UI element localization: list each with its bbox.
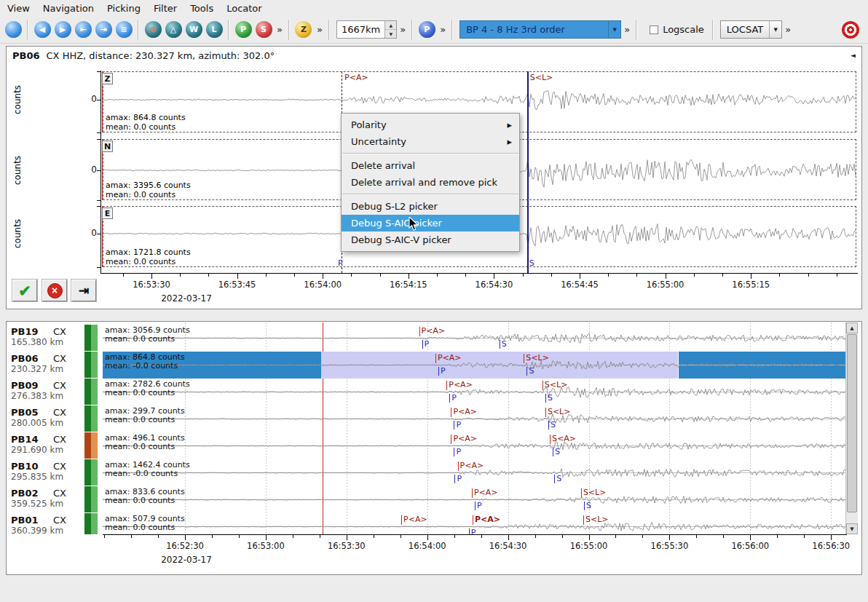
trace-row[interactable]: PB05CX280.005 kmP<A>S<L>PSamax: 299.7 co… [7, 405, 845, 432]
phase-mark-blue[interactable] [553, 448, 553, 456]
phase-mark-blue[interactable] [438, 367, 439, 376]
pick-line-red[interactable] [472, 488, 473, 498]
polarity-tool-button[interactable]: △ [163, 20, 184, 40]
trace-area[interactable]: P<A>PSamax: 3056.9 countsmean: 0.0 count… [103, 325, 845, 352]
next-station-button[interactable]: ▶ [52, 20, 73, 40]
phase-mark-blue[interactable] [526, 367, 527, 376]
chevron-down-icon[interactable]: ▼ [608, 21, 620, 38]
network-code: CX [53, 461, 66, 472]
menu-locator[interactable]: Locator [221, 1, 269, 16]
trace-row[interactable]: PB06CX230.327 kmP<A>S<L>PSamax: 864.8 co… [7, 352, 845, 379]
overflow-chevron[interactable]: » [317, 24, 322, 35]
overflow-chevron[interactable]: » [440, 24, 445, 35]
trace-area[interactable]: P<A>S<L>PSamax: 2782.6 countsmean: 0.0 c… [103, 379, 845, 405]
overflow-chevron[interactable]: » [400, 24, 405, 35]
menu-view[interactable]: View [1, 1, 37, 16]
context-menu-item[interactable]: Delete arrival and remove pick [342, 174, 519, 191]
overflow-chevron[interactable]: » [624, 24, 629, 35]
amplitude-tool-button[interactable]: Z [293, 20, 314, 40]
weight-tool-button[interactable]: W [184, 20, 204, 40]
pick-line-red[interactable] [458, 462, 459, 471]
phase-mark-blue[interactable] [454, 421, 454, 429]
trace-area[interactable]: P<A>PSamax: 1462.4 countsmean: -0.0 coun… [103, 459, 845, 486]
station-list-button[interactable]: ≡ [114, 20, 134, 40]
context-menu-item[interactable]: Uncertainty▸ [342, 133, 519, 150]
trace-area[interactable]: P<A>S<L>PSamax: 833.6 countsmean: 0.0 co… [103, 486, 845, 513]
spinbox-steppers[interactable]: ▲ ▼ [384, 21, 396, 38]
context-menu-item[interactable]: Polarity▸ [342, 116, 519, 133]
scroll-up-icon[interactable]: ▲ [846, 322, 858, 333]
menu-picking[interactable]: Picking [101, 1, 148, 16]
pick-line-red[interactable] [451, 435, 451, 444]
pick-line-red[interactable] [419, 327, 420, 336]
pick-line-red[interactable] [545, 408, 546, 417]
overflow-chevron[interactable]: » [277, 24, 282, 35]
checkbox-box[interactable] [650, 25, 658, 34]
chevron-down-icon[interactable]: ▼ [769, 21, 781, 38]
phase-mark-blue[interactable] [545, 394, 546, 403]
locator-select[interactable]: LOCSAT ▼ [720, 20, 782, 39]
pick-line-red[interactable] [581, 488, 582, 498]
s-pick-line[interactable] [527, 71, 529, 274]
phase-mark-blue[interactable] [500, 340, 500, 349]
distance-spinbox[interactable]: 1667km ▲ ▼ [336, 20, 397, 39]
context-menu-item[interactable]: Debug S-AIC-V picker [342, 231, 519, 248]
trace-row[interactable]: PB01CX360.399 kmP<A>P<A>S<L>Pamax: 507.9… [7, 513, 845, 534]
waveform-picker-icon[interactable] [3, 20, 23, 40]
relocate-button[interactable] [842, 21, 859, 39]
pick-s-button[interactable]: S [253, 20, 274, 40]
trace-row[interactable]: PB09CX276.383 kmP<A>S<L>PSamax: 2782.6 c… [7, 379, 845, 405]
pick-line-red[interactable] [542, 381, 543, 390]
pick-line-red[interactable] [524, 354, 524, 363]
menu-filter[interactable]: Filter [148, 1, 184, 16]
trace-area[interactable]: P<A>P<A>S<L>Pamax: 507.9 countsmean: 0.0… [103, 513, 845, 534]
pick-line-red[interactable] [550, 435, 551, 444]
phase-mark-blue[interactable] [422, 340, 423, 349]
reject-button[interactable]: × [42, 280, 67, 301]
pick-line-red[interactable] [583, 515, 584, 525]
phase-mark-blue[interactable] [454, 448, 454, 456]
trace-row[interactable]: PB14CX291.690 kmP<A>S<A>PSamax: 496.1 co… [7, 432, 845, 459]
trace-area[interactable]: P<A>S<L>PSamax: 864.8 countsmean: -0.0 c… [103, 352, 845, 379]
trace-area[interactable]: P<A>S<A>PSamax: 496.1 countsmean: 0.0 co… [103, 432, 845, 459]
trace-area[interactable]: P<A>S<L>PSamax: 299.7 countsmean: 0.0 co… [103, 405, 845, 432]
scrollbar[interactable]: ▲ ▼ [845, 322, 858, 534]
apply-and-next-button[interactable]: ⇥ [71, 280, 96, 301]
phase-mark-blue[interactable] [475, 502, 476, 510]
pick-line-red[interactable] [446, 381, 447, 390]
phase-mark-blue[interactable] [469, 528, 470, 534]
phase-mark-blue[interactable] [554, 475, 555, 483]
phase-mark-blue[interactable] [548, 421, 549, 429]
amax-label: amax: 3395.6 counts [106, 181, 191, 190]
pick-line-red[interactable] [473, 515, 473, 525]
spin-down-icon[interactable]: ▼ [385, 30, 396, 38]
scroll-down-icon[interactable]: ▼ [846, 523, 858, 534]
context-menu-item[interactable]: Delete arrival [342, 157, 519, 174]
overflow-chevron[interactable]: » [785, 24, 790, 35]
pick-line-red[interactable] [435, 354, 436, 363]
scrollbar-thumb[interactable] [847, 334, 857, 512]
previous-station-button[interactable]: ◀ [32, 20, 52, 40]
theoretical-phase-button[interactable]: P [417, 20, 437, 40]
filter-select[interactable]: BP 4 - 8 Hz 3rd order ▼ [459, 20, 621, 39]
logscale-checkbox[interactable]: Logscale [650, 24, 704, 35]
menu-navigation[interactable]: Navigation [37, 1, 101, 16]
context-menu-item[interactable]: Debug S-L2 picker [342, 198, 519, 215]
phase-mark-blue[interactable] [449, 394, 450, 403]
trace-row[interactable]: PB10CX295.835 kmP<A>PSamax: 1462.4 count… [7, 459, 845, 486]
disable-pick-button[interactable]: ⊘ [143, 20, 163, 40]
menu-tools[interactable]: Tools [184, 1, 221, 16]
level-tool-button[interactable]: L [204, 20, 224, 40]
trace-row[interactable]: PB02CX359.525 kmP<A>S<L>PSamax: 833.6 co… [7, 486, 845, 513]
first-station-button[interactable]: ⇤ [73, 20, 93, 40]
pick-line-red[interactable] [401, 515, 402, 525]
last-station-button[interactable]: ⇥ [93, 20, 114, 40]
spin-up-icon[interactable]: ▲ [385, 21, 396, 30]
trace-row[interactable]: PB19CX165.380 kmP<A>PSamax: 3056.9 count… [7, 325, 845, 352]
phase-mark-blue[interactable] [454, 475, 455, 483]
accept-button[interactable]: ✔ [12, 280, 37, 301]
context-menu-item[interactable]: Debug S-AIC picker [342, 215, 519, 231]
pick-p-button[interactable]: P [233, 20, 253, 40]
pick-line-red[interactable] [451, 408, 451, 417]
phase-mark-blue[interactable] [584, 502, 585, 510]
